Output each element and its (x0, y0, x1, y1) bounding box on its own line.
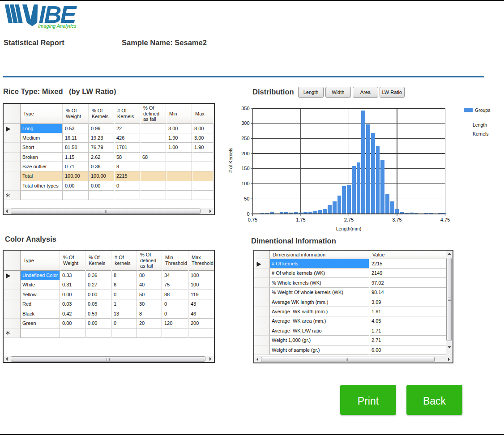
svg-text:2.75: 2.75 (344, 217, 354, 222)
svg-text:0.75: 0.75 (248, 217, 257, 222)
svg-text:Kernels: Kernels (473, 131, 489, 136)
svg-text:300: 300 (241, 120, 249, 126)
svg-text:50: 50 (244, 196, 249, 201)
svg-text:Imaging Analytics: Imaging Analytics (38, 23, 77, 29)
svg-text:150: 150 (241, 166, 249, 171)
svg-text:4.75: 4.75 (440, 217, 450, 222)
svg-text:Groups: Groups (475, 107, 490, 113)
svg-text:100: 100 (241, 181, 249, 186)
svg-text:Length(mm): Length(mm) (336, 226, 362, 231)
svg-text:1.75: 1.75 (296, 217, 305, 222)
svg-text:Length: Length (473, 122, 487, 128)
svg-text:250: 250 (241, 136, 249, 141)
svg-text:200: 200 (241, 151, 249, 156)
svg-text:# of Kernels: # of Kernels (228, 148, 233, 173)
svg-text:0: 0 (247, 211, 249, 217)
svg-text:350: 350 (241, 106, 249, 111)
svg-text:3.75: 3.75 (392, 217, 401, 222)
